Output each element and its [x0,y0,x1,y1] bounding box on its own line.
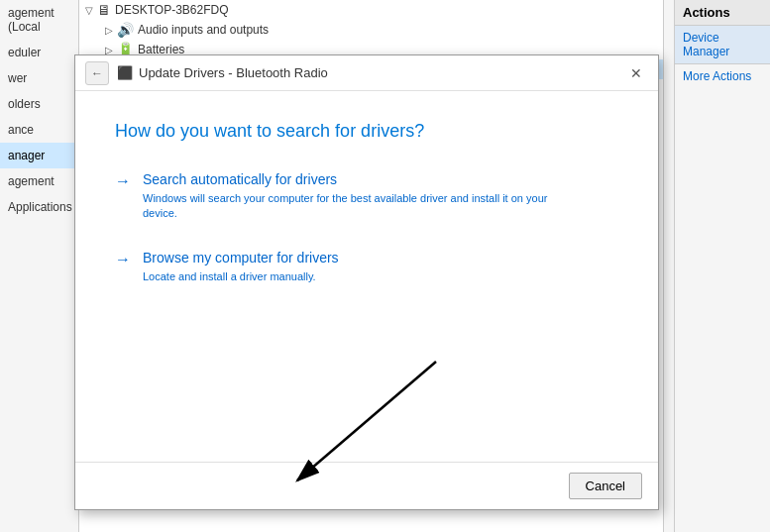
audio-icon: 🔊 [117,22,134,38]
batteries-chevron: ▷ [105,45,113,55]
dialog-body: How do you want to search for drivers? →… [75,91,658,342]
close-button[interactable]: ✕ [624,61,648,85]
cancel-button[interactable]: Cancel [569,473,642,499]
dialog-footer: Cancel [75,462,658,509]
device-manager-action[interactable]: Device Manager [675,26,770,64]
browse-arrow-icon: → [115,251,131,268]
browse-content: Browse my computer for drivers Locate an… [143,250,339,284]
browse-option[interactable]: → Browse my computer for drivers Locate … [115,250,618,284]
audio-label: Audio inputs and outputs [138,23,269,37]
actions-header: Actions [675,0,770,26]
root-label: DESKTOP-3B62FDQ [115,3,228,17]
auto-search-desc: Windows will search your computer for th… [143,191,559,222]
dialog-title: ⬛ Update Drivers - Bluetooth Radio [117,65,328,80]
audio-chevron: ▷ [105,25,113,36]
mmc-sidebar: agement (Local eduler wer olders ance an… [0,0,79,532]
sidebar-item-6[interactable]: agement [0,168,78,194]
tree-audio[interactable]: ▷ 🔊 Audio inputs and outputs [79,20,663,40]
auto-search-option[interactable]: → Search automatically for drivers Windo… [115,171,618,222]
sidebar-item-2[interactable]: wer [0,65,78,91]
driver-icon: ⬛ [117,65,133,80]
sidebar-item-4[interactable]: ance [0,117,78,143]
sidebar-item-manager[interactable]: anager [0,143,78,168]
root-chevron: ▽ [85,5,93,16]
dialog-title-text: Update Drivers - Bluetooth Radio [139,65,328,80]
tree-root[interactable]: ▽ 🖥 DESKTOP-3B62FDQ [79,0,663,20]
sidebar-item-0[interactable]: agement (Local [0,0,78,40]
browse-desc: Locate and install a driver manually. [143,269,339,284]
update-drivers-dialog: ← ⬛ Update Drivers - Bluetooth Radio ✕ H… [74,54,659,510]
back-button[interactable]: ← [85,61,109,85]
computer-icon: 🖥 [97,2,111,18]
auto-arrow-icon: → [115,172,131,190]
sidebar-item-1[interactable]: eduler [0,40,78,65]
search-question: How do you want to search for drivers? [115,121,618,142]
browse-title[interactable]: Browse my computer for drivers [143,250,339,266]
dialog-titlebar: ← ⬛ Update Drivers - Bluetooth Radio ✕ [75,55,658,91]
more-actions-action[interactable]: More Actions [675,64,770,88]
sidebar-item-7[interactable]: Applications [0,194,78,220]
dialog-title-left: ← ⬛ Update Drivers - Bluetooth Radio [85,61,328,85]
actions-panel: Actions Device Manager More Actions [674,0,770,532]
sidebar-item-3[interactable]: olders [0,91,78,117]
auto-search-content: Search automatically for drivers Windows… [143,171,559,222]
auto-search-title[interactable]: Search automatically for drivers [143,171,559,187]
